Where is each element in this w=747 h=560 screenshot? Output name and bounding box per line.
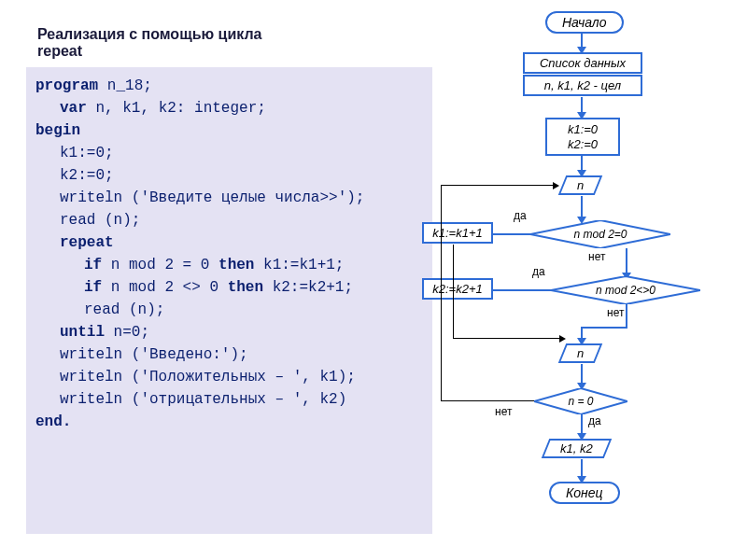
flow-init: k1:=0 k2:=0 — [545, 118, 620, 156]
code-line: read (n); — [35, 299, 423, 321]
code-line: begin — [35, 119, 423, 142]
code-listing: program n_18; var n, k1, k2: integer; be… — [26, 67, 432, 534]
flow-start: Начало — [545, 11, 624, 34]
code-line: read (n); — [35, 209, 423, 231]
flow-init2: k2:=0 — [568, 137, 598, 151]
code-line: k2:=0; — [35, 164, 423, 187]
flow-act-k2: k2:=k2+1 — [422, 278, 493, 300]
code-line: program n_18; — [35, 75, 423, 97]
flowchart: Начало Список данных n, k1, k2 - цел k1:… — [448, 7, 747, 558]
flow-input-n: n — [558, 175, 603, 195]
flow-datalist: Список данных — [523, 52, 642, 74]
label-yes-3: да — [588, 414, 601, 427]
code-line: end. — [35, 411, 423, 433]
code-line: writeln ('Введите целые числа>>'); — [35, 187, 423, 209]
label-yes: да — [514, 209, 527, 222]
label-no-2: нет — [607, 306, 624, 319]
flow-cond-odd: n mod 2<>0 — [551, 276, 700, 304]
flow-init1: k1:=0 — [568, 122, 598, 136]
code-line: k1:=0; — [35, 142, 423, 164]
flow-output: k1, k2 — [542, 439, 612, 458]
code-line: if n mod 2 = 0 then k1:=k1+1; — [35, 254, 423, 276]
flow-cond-zero: n = 0 — [534, 388, 627, 414]
slide-title: Реализация с помощью цикла repeat — [37, 26, 299, 60]
flow-input-n2: n — [558, 343, 603, 363]
flow-decl: n, k1, k2 - цел — [523, 75, 642, 96]
code-line: repeat — [35, 231, 423, 254]
flow-end: Конец — [549, 482, 620, 504]
code-line: writeln ('отрицательных – ', k2) — [35, 388, 423, 411]
flow-act-k1: k1:=k1+1 — [422, 222, 493, 244]
label-yes-2: да — [532, 265, 545, 278]
code-line: until n=0; — [35, 321, 423, 343]
code-line: writeln ('Введено:'); — [35, 343, 423, 366]
label-no: нет — [588, 250, 605, 263]
code-line: writeln ('Положительных – ', k1); — [35, 366, 423, 388]
label-no-3: нет — [495, 405, 512, 418]
code-line: if n mod 2 <> 0 then k2:=k2+1; — [35, 276, 423, 299]
code-line: var n, k1, k2: integer; — [35, 97, 423, 119]
flow-cond-even: n mod 2=0 — [530, 220, 670, 248]
